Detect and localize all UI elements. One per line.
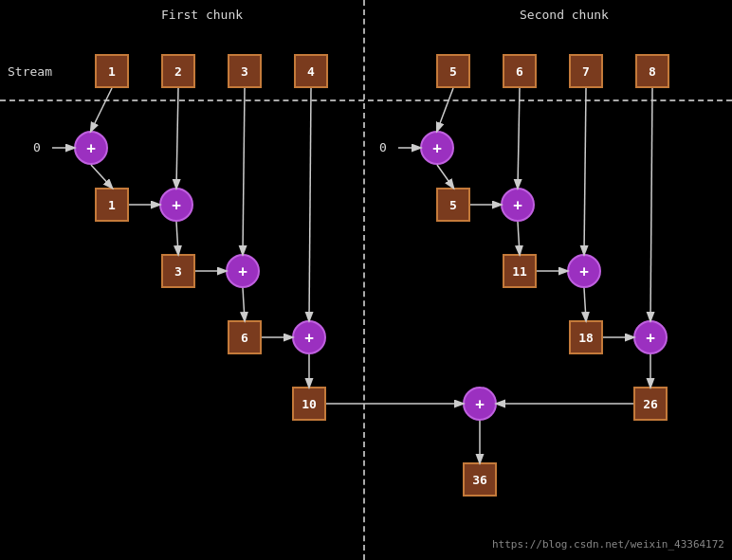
first-res-1: 1 [95,188,129,222]
stream-sq-2: 2 [161,54,195,88]
second-circ-3: + [633,320,668,354]
svg-line-8 [243,288,245,320]
svg-line-1 [91,88,112,131]
svg-line-18 [584,88,586,254]
first-res-10: 10 [292,387,326,421]
svg-line-2 [91,165,112,188]
stream-sq-7: 7 [569,54,603,88]
svg-line-6 [243,88,245,254]
first-res-3: 3 [161,254,195,288]
stream-label: Stream [8,64,52,79]
second-circ-0: + [420,131,454,165]
svg-line-13 [437,88,453,131]
second-chunk-label: Second chunk [520,8,609,22]
svg-line-15 [518,88,520,188]
second-res-18: 18 [569,320,603,354]
watermark: https://blog.csdn.net/weixin_43364172 [492,538,724,551]
svg-line-20 [584,288,586,320]
first-chunk-label: First chunk [161,8,243,22]
stream-sq-6: 6 [503,54,537,88]
second-circ-2: + [567,254,601,288]
combined-circ: + [463,387,497,421]
second-res-5: 5 [436,188,470,222]
first-circ-1: + [159,188,193,222]
first-circ-2: + [226,254,260,288]
second-res-26: 26 [633,387,668,421]
stream-sq-5: 5 [436,54,470,88]
combined-result: 36 [463,462,497,497]
first-res-6: 6 [228,320,262,354]
second-res-11: 11 [503,254,537,288]
first-init-label: 0 [33,140,41,154]
svg-line-9 [309,88,311,320]
svg-line-17 [518,222,520,254]
svg-line-3 [176,88,178,188]
second-init-label: 0 [379,140,387,154]
stream-sq-8: 8 [635,54,669,88]
stream-sq-3: 3 [228,54,262,88]
stream-sq-1: 1 [95,54,129,88]
first-circ-0: + [74,131,108,165]
second-circ-1: + [501,188,535,222]
svg-line-14 [437,165,453,188]
svg-line-21 [650,88,652,320]
first-circ-3: + [292,320,326,354]
svg-line-5 [176,222,178,254]
stream-sq-4: 4 [294,54,328,88]
